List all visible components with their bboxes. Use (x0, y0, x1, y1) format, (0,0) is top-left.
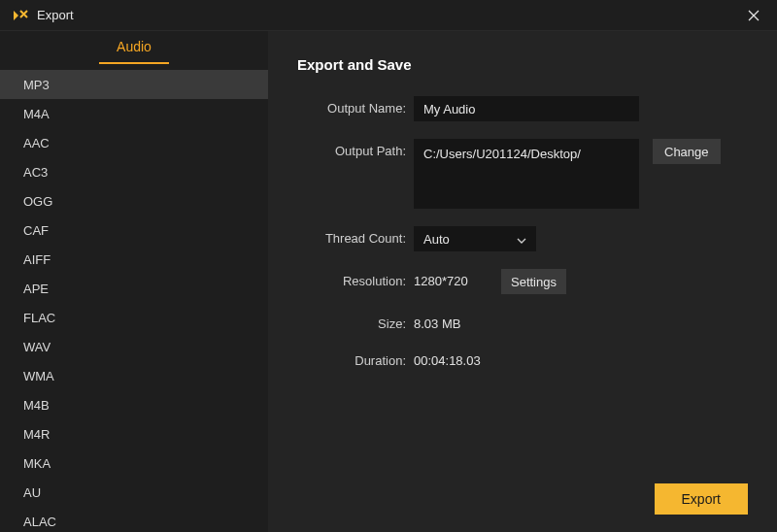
tab-audio[interactable]: Audio (99, 33, 169, 64)
thread-count-select[interactable]: Auto (414, 226, 536, 251)
format-item-wma[interactable]: WMA (0, 361, 268, 390)
row-thread-count: Thread Count: Auto (297, 226, 748, 251)
duration-value: 00:04:18.03 (414, 349, 481, 368)
label-output-path: Output Path: (297, 139, 414, 158)
row-output-name: Output Name: (297, 96, 748, 121)
close-icon (748, 10, 760, 21)
chevron-down-icon (517, 232, 526, 247)
row-size: Size: 8.03 MB (297, 312, 748, 331)
row-resolution: Resolution: 1280*720 Settings (297, 269, 748, 294)
label-output-name: Output Name: (297, 96, 414, 116)
format-item-ape[interactable]: APE (0, 274, 268, 303)
main-heading: Export and Save (297, 56, 748, 73)
format-item-mka[interactable]: MKA (0, 449, 268, 478)
format-item-ogg[interactable]: OGG (0, 186, 268, 216)
format-list[interactable]: MP3M4AAACAC3OGGCAFAIFFAPEFLACWAVWMAM4BM4… (0, 70, 268, 532)
format-item-caf[interactable]: CAF (0, 216, 268, 245)
sidebar: Audio MP3M4AAACAC3OGGCAFAIFFAPEFLACWAVWM… (0, 31, 268, 532)
label-resolution: Resolution: (297, 269, 414, 288)
format-item-aac[interactable]: AAC (0, 128, 268, 157)
row-duration: Duration: 00:04:18.03 (297, 349, 748, 368)
format-item-wav[interactable]: WAV (0, 332, 268, 361)
size-value: 8.03 MB (414, 312, 460, 331)
resolution-value: 1280*720 (414, 269, 484, 288)
format-item-m4b[interactable]: M4B (0, 390, 268, 419)
window-title: Export (37, 8, 74, 22)
export-button[interactable]: Export (655, 483, 748, 515)
export-window: Export Audio MP3M4AAACAC3OGGCAFAIFFAPEFL… (0, 0, 777, 532)
format-item-m4r[interactable]: M4R (0, 419, 268, 449)
sidebar-tabs: Audio (0, 31, 268, 64)
format-item-flac[interactable]: FLAC (0, 303, 268, 332)
settings-button[interactable]: Settings (501, 269, 566, 294)
label-duration: Duration: (297, 349, 414, 368)
titlebar: Export (0, 0, 777, 31)
format-item-aiff[interactable]: AIFF (0, 245, 268, 274)
thread-count-value: Auto (423, 232, 450, 247)
main-panel: Export and Save Output Name: Output Path… (268, 31, 777, 532)
row-output-path: Output Path: C:/Users/U201124/Desktop/ C… (297, 139, 748, 209)
output-path-box[interactable]: C:/Users/U201124/Desktop/ (414, 139, 639, 209)
format-item-m4a[interactable]: M4A (0, 99, 268, 128)
close-button[interactable] (742, 4, 765, 27)
format-item-mp3[interactable]: MP3 (0, 70, 268, 99)
format-item-ac3[interactable]: AC3 (0, 157, 268, 186)
label-size: Size: (297, 312, 414, 331)
window-body: Audio MP3M4AAACAC3OGGCAFAIFFAPEFLACWAVWM… (0, 31, 777, 532)
format-item-au[interactable]: AU (0, 478, 268, 507)
label-thread-count: Thread Count: (297, 226, 414, 246)
app-logo-icon (12, 7, 29, 24)
format-item-alac[interactable]: ALAC (0, 507, 268, 532)
output-name-input[interactable] (414, 96, 639, 121)
change-button[interactable]: Change (653, 139, 721, 164)
